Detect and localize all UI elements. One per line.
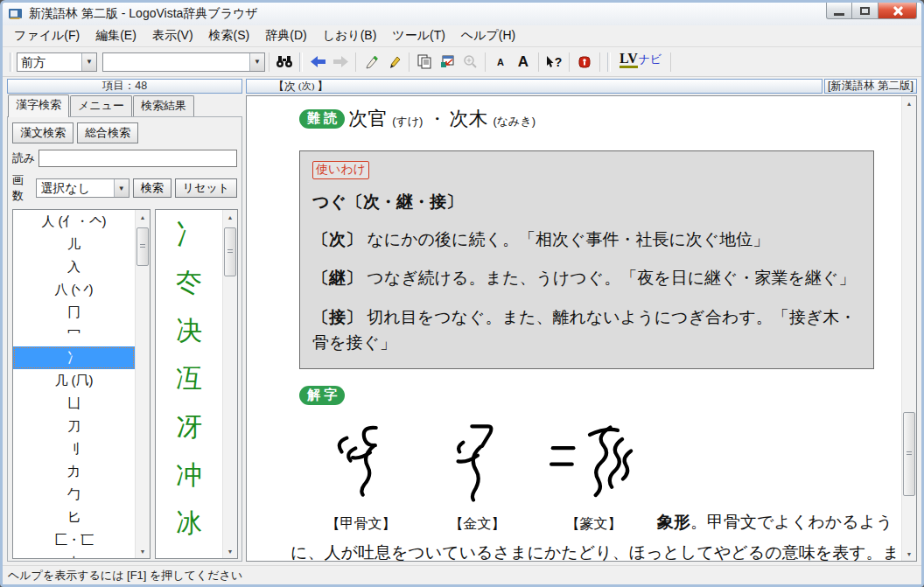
close-button[interactable]	[878, 3, 917, 19]
context-help-button[interactable]: ?	[542, 52, 565, 73]
tab-menu[interactable]: メニュー	[70, 95, 132, 116]
scroll-up-icon[interactable]: ▲	[902, 96, 916, 110]
scrollbar-thumb[interactable]	[224, 227, 236, 276]
reset-button[interactable]: リセット	[175, 178, 237, 198]
menu-help[interactable]: ヘルプ(H)	[453, 25, 523, 46]
menu-edit[interactable]: 編集(E)	[88, 25, 144, 46]
kaiji-badge: 解 字	[299, 386, 345, 405]
radical-item[interactable]: 八 (丷)	[13, 278, 135, 301]
tab-kanji-search[interactable]: 漢字検索	[8, 94, 69, 117]
app-icon	[8, 7, 24, 21]
scroll-down-icon[interactable]: ▼	[136, 544, 150, 558]
marker-pen-icon	[364, 54, 379, 69]
radical-item[interactable]: 勹	[13, 483, 135, 506]
radical-item[interactable]: 人 (亻・𠆢)	[13, 210, 135, 233]
lv-navi-button[interactable]: LV ナビ	[614, 52, 667, 73]
kanji-item[interactable]: 冭	[156, 258, 222, 306]
search-binoculars-button[interactable]	[273, 52, 296, 73]
radical-item[interactable]: 十	[13, 551, 135, 558]
online-update-button[interactable]	[573, 52, 596, 73]
radical-item-selected[interactable]: 冫	[13, 346, 135, 369]
toolbar-gripper[interactable]	[299, 52, 303, 72]
pencil-icon	[387, 54, 402, 69]
usage-note-box: 使いわけ つぐ〔次・継・接〕 〔次〕 なにかの後に続く。「相次ぐ事件・社長に次ぐ…	[299, 150, 874, 369]
radical-item[interactable]: 冂	[13, 301, 135, 324]
menu-dictionary[interactable]: 辞典(D)	[257, 25, 314, 46]
entry-scrollbar[interactable]: ▲ ▼	[901, 96, 916, 561]
close-icon	[892, 5, 903, 16]
search-term-combobox[interactable]: ▼	[102, 52, 265, 72]
back-button[interactable]	[306, 52, 329, 73]
toolbar-separator	[269, 52, 270, 72]
chevron-down-icon[interactable]: ▼	[81, 53, 96, 71]
menu-view[interactable]: 表示(V)	[144, 25, 201, 46]
nandoku-reading: (なみき)	[493, 114, 536, 129]
chevron-down-icon[interactable]: ▼	[114, 179, 129, 197]
combined-search-button[interactable]: 総合検索	[77, 122, 138, 143]
minimize-button[interactable]	[826, 3, 852, 19]
scroll-down-icon[interactable]: ▼	[902, 547, 916, 561]
toolbar-gripper[interactable]	[607, 52, 611, 72]
stroke-count-combobox[interactable]: 選択なし ▼	[36, 178, 129, 198]
kanji-search-tab-body: 漢文検索 総合検索 読み 画数 選択なし ▼ 検索 リセット	[7, 116, 242, 562]
kanji-item[interactable]: 冹	[156, 547, 222, 558]
font-large-icon: A	[518, 53, 528, 71]
radical-item[interactable]: 儿	[13, 233, 135, 255]
maximize-button[interactable]	[852, 3, 878, 19]
chevron-down-icon[interactable]: ▼	[249, 53, 264, 71]
kanji-item[interactable]: 决	[156, 306, 222, 354]
title-bar: 新漢語林 第二版 - LogoVista辞典ブラウザ	[3, 3, 921, 25]
forward-arrow-icon	[333, 56, 348, 67]
scroll-up-icon[interactable]: ▲	[223, 210, 237, 224]
radical-item[interactable]: 入	[13, 255, 135, 278]
menu-bar: ファイル(F) 編集(E) 表示(V) 検索(S) 辞典(D) しおり(B) ツ…	[3, 25, 921, 47]
app-window: 新漢語林 第二版 - LogoVista辞典ブラウザ ファイル(F) 編集(E)…	[0, 0, 924, 587]
radical-list-scrollbar[interactable]: ▲ ▼	[135, 210, 150, 558]
radical-item[interactable]: 冖	[13, 324, 135, 346]
kanji-listbox: 冫 冭 决 冱 冴 冲 冰 冹 ▲ ▼	[155, 209, 238, 559]
nandoku-reading: (すけ)	[392, 114, 423, 129]
radical-item[interactable]: 力	[13, 460, 135, 483]
kanji-item[interactable]: 冫	[156, 210, 222, 258]
bronze-glyph-column: 【金文】	[419, 414, 536, 534]
font-larger-button[interactable]: A	[512, 52, 535, 73]
radical-item[interactable]: 凵	[13, 392, 135, 415]
radical-item[interactable]: 刂	[13, 437, 135, 460]
kanji-list-scrollbar[interactable]: ▲ ▼	[222, 210, 237, 558]
search-button[interactable]: 検索	[133, 178, 172, 198]
radical-item[interactable]: 刀	[13, 415, 135, 437]
kanji-item[interactable]: 冰	[156, 499, 222, 547]
menu-bookmark[interactable]: しおり(B)	[315, 25, 385, 46]
menu-tools[interactable]: ツール(T)	[384, 25, 453, 46]
scrollbar-thumb[interactable]	[903, 412, 915, 496]
radical-item[interactable]: 几 (𠘨)	[13, 369, 135, 392]
radical-item[interactable]: 匚・匸	[13, 528, 135, 551]
search-mode-combobox[interactable]: 前方 ▼	[17, 52, 97, 72]
kanji-item[interactable]: 冱	[156, 354, 222, 402]
toolbar-gripper[interactable]	[10, 52, 13, 72]
marker-pen-button[interactable]	[360, 52, 382, 73]
radical-item[interactable]: 匕	[13, 506, 135, 528]
menu-search[interactable]: 検索(S)	[201, 25, 258, 46]
oracle-bone-glyph-column: 【甲骨文】	[303, 414, 419, 534]
zoom-button[interactable]	[458, 52, 481, 73]
dictionary-name-badge: [新漢語林 第二版]	[824, 79, 917, 94]
scroll-up-icon[interactable]: ▲	[136, 210, 150, 224]
tab-search-results[interactable]: 検索結果	[133, 95, 194, 116]
kanji-item[interactable]: 冴	[156, 402, 222, 451]
word-lookup-window-button[interactable]	[436, 52, 458, 73]
entry-title-close: 】	[317, 79, 328, 94]
pencil-memo-button[interactable]	[382, 52, 405, 73]
kanji-item[interactable]: 冲	[156, 451, 222, 499]
kanbun-search-button[interactable]: 漢文検索	[12, 122, 74, 143]
menu-file[interactable]: ファイル(F)	[6, 25, 88, 46]
font-smaller-button[interactable]: A	[489, 52, 512, 73]
search-term-value[interactable]	[103, 53, 249, 71]
ancient-glyph-row: 【甲骨文】 【金文】	[303, 414, 896, 534]
forward-button[interactable]	[329, 52, 352, 73]
scrollbar-thumb[interactable]	[136, 227, 149, 266]
copy-entry-button[interactable]	[413, 52, 436, 73]
kaiji-lead-rest: 。甲骨文でよくわかるよう	[690, 513, 893, 531]
yomi-input[interactable]	[38, 150, 237, 167]
scroll-down-icon[interactable]: ▼	[223, 544, 237, 558]
